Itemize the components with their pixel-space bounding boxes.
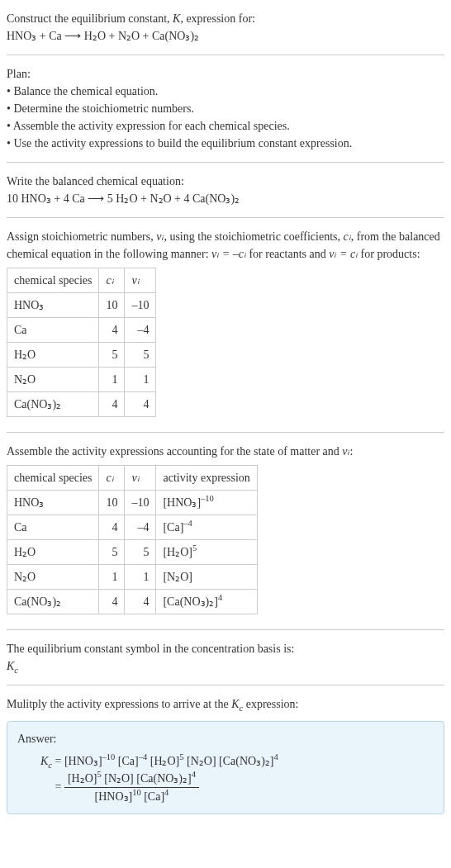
cell-nu: –4 — [125, 318, 156, 343]
cell-nu: 1 — [125, 565, 156, 590]
table-row: H₂O 5 5 — [7, 343, 156, 368]
multiply-text: expression: — [243, 698, 298, 710]
table-row: HNO₃ 10 –10 — [7, 293, 156, 318]
cell-activity: [Ca]–4 — [156, 515, 257, 540]
cell-ci: 4 — [99, 590, 125, 614]
col-ci: cᵢ — [99, 268, 125, 293]
col-activity: activity expression — [156, 466, 257, 491]
cell-ci: 10 — [99, 293, 125, 318]
plan-item: • Balance the chemical equation. — [7, 83, 444, 100]
fraction-numerator: [H₂O]5 [N₂O] [Ca(NO₃)₂]4 — [64, 770, 199, 788]
kc-expression: Kc = [HNO₃]–10 [Ca]–4 [H₂O]5 [N₂O] [Ca(N… — [17, 752, 434, 805]
cell-species: N₂O — [7, 565, 99, 590]
equals: = — [52, 755, 64, 767]
cell-ci: 1 — [99, 565, 125, 590]
cell-activity: [HNO₃]–10 — [156, 491, 257, 515]
cell-species: HNO₃ — [7, 293, 99, 318]
divider — [7, 55, 444, 55]
cell-ci: 1 — [99, 368, 125, 392]
table-header-row: chemical species cᵢ νᵢ — [7, 268, 156, 293]
cell-species: Ca(NO₃)₂ — [7, 392, 99, 417]
plan-item: • Assemble the activity expression for e… — [7, 117, 444, 135]
cell-species: H₂O — [7, 343, 99, 368]
stoich-table: chemical species cᵢ νᵢ HNO₃ 10 –10 Ca 4 … — [7, 268, 156, 417]
activity-table: chemical species cᵢ νᵢ activity expressi… — [7, 465, 258, 614]
answer-box: Answer: Kc = [HNO₃]–10 [Ca]–4 [H₂O]5 [N₂… — [7, 721, 444, 814]
kc-base: K — [40, 755, 48, 767]
unbalanced-equation: HNO₃ + Ca ⟶ H₂O + N₂O + Ca(NO₃)₂ — [7, 30, 199, 42]
header-text-2: , expression for: — [180, 12, 255, 25]
cell-species: N₂O — [7, 368, 99, 392]
nu-symbol: νᵢ — [342, 445, 349, 458]
stoich-intro-text: , using the stoichiometric coefficients, — [164, 230, 343, 243]
cell-activity: [H₂O]5 — [156, 540, 257, 565]
divider — [7, 685, 444, 685]
answer-label: Answer: — [17, 730, 434, 747]
balanced-title: Write the balanced chemical equation: — [7, 173, 444, 190]
cell-species: HNO₃ — [7, 491, 99, 515]
kc-symbol-text: The equilibrium constant symbol in the c… — [7, 640, 444, 657]
table-row: H₂O 5 5 [H₂O]5 — [7, 540, 258, 565]
divider — [7, 432, 444, 433]
activity-intro-text: Assemble the activity expressions accoun… — [7, 445, 342, 458]
table-row: Ca(NO₃)₂ 4 4 — [7, 392, 156, 417]
table-row: HNO₃ 10 –10 [HNO₃]–10 — [7, 491, 258, 515]
table-row: Ca(NO₃)₂ 4 4 [Ca(NO₃)₂]4 — [7, 590, 258, 614]
cell-species: H₂O — [7, 540, 99, 565]
cell-nu: –10 — [125, 491, 156, 515]
col-species: chemical species — [7, 466, 99, 491]
divider — [7, 217, 444, 218]
divider — [7, 162, 444, 163]
table-row: Ca 4 –4 [Ca]–4 — [7, 515, 258, 540]
cell-nu: 4 — [125, 392, 156, 417]
fraction-denominator: [HNO₃]10 [Ca]4 — [64, 788, 199, 805]
balanced-equation: 10 HNO₃ + 4 Ca ⟶ 5 H₂O + N₂O + 4 Ca(NO₃)… — [7, 190, 444, 207]
question-header: Construct the equilibrium constant, K, e… — [7, 7, 444, 48]
table-row: N₂O 1 1 — [7, 368, 156, 392]
plan-item: • Determine the stoichiometric numbers. — [7, 100, 444, 117]
cell-nu: 5 — [125, 540, 156, 565]
cell-activity: [N₂O] — [156, 565, 257, 590]
stoich-intro-text: Assign stoichiometric numbers, — [7, 230, 156, 243]
cell-ci: 4 — [99, 392, 125, 417]
stoich-intro-text: for products: — [358, 248, 420, 260]
balanced-section: Write the balanced chemical equation: 10… — [7, 169, 444, 211]
relation-2: νᵢ = cᵢ — [329, 248, 358, 260]
activity-intro: Assemble the activity expressions accoun… — [7, 443, 444, 460]
plan-section: Plan: • Balance the chemical equation. •… — [7, 62, 444, 155]
plan-item: • Use the activity expressions to build … — [7, 135, 444, 152]
activity-section: Assemble the activity expressions accoun… — [7, 439, 444, 623]
cell-ci: 10 — [99, 491, 125, 515]
col-nu: νᵢ — [125, 268, 156, 293]
cell-ci: 4 — [99, 515, 125, 540]
table-header-row: chemical species cᵢ νᵢ activity expressi… — [7, 466, 258, 491]
cell-activity: [Ca(NO₃)₂]4 — [156, 590, 257, 614]
stoich-intro: Assign stoichiometric numbers, νᵢ, using… — [7, 228, 444, 263]
cell-nu: –4 — [125, 515, 156, 540]
flat-product: [HNO₃]–10 [Ca]–4 [H₂O]5 [N₂O] [Ca(NO₃)₂]… — [64, 755, 278, 767]
plan-title: Plan: — [7, 65, 444, 83]
kc-symbol: Kc — [7, 657, 444, 675]
stoich-intro-text: for reactants and — [246, 248, 329, 260]
cell-ci: 4 — [99, 318, 125, 343]
cell-nu: –10 — [125, 293, 156, 318]
header-text-1: Construct the equilibrium constant, — [7, 12, 173, 25]
relation-1: νᵢ = –cᵢ — [211, 248, 246, 260]
cell-species: Ca(NO₃)₂ — [7, 590, 99, 614]
col-nu: νᵢ — [125, 466, 156, 491]
cell-ci: 5 — [99, 343, 125, 368]
stoich-section: Assign stoichiometric numbers, νᵢ, using… — [7, 225, 444, 425]
fraction: [H₂O]5 [N₂O] [Ca(NO₃)₂]4 [HNO₃]10 [Ca]4 — [64, 770, 199, 805]
activity-intro-text: : — [350, 445, 354, 458]
kc-base: K — [231, 698, 239, 710]
ci-symbol: cᵢ — [344, 230, 351, 243]
multiply-text: Mulitply the activity expressions to arr… — [7, 698, 231, 710]
cell-nu: 1 — [125, 368, 156, 392]
col-species: chemical species — [7, 268, 99, 293]
equals: = — [55, 780, 64, 793]
divider — [7, 629, 444, 630]
cell-nu: 5 — [125, 343, 156, 368]
cell-species: Ca — [7, 318, 99, 343]
table-row: N₂O 1 1 [N₂O] — [7, 565, 258, 590]
col-ci: cᵢ — [99, 466, 125, 491]
